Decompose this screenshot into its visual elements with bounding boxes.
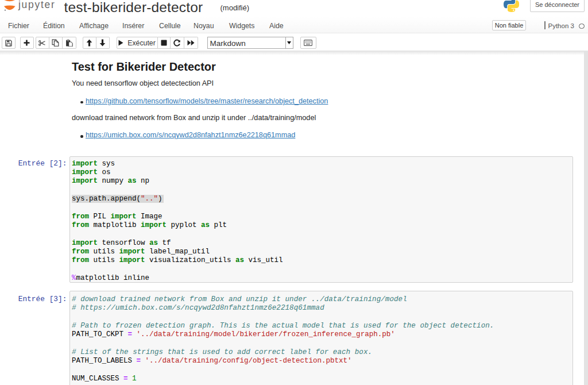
svg-text:jupyter: jupyter [18, 0, 55, 10]
